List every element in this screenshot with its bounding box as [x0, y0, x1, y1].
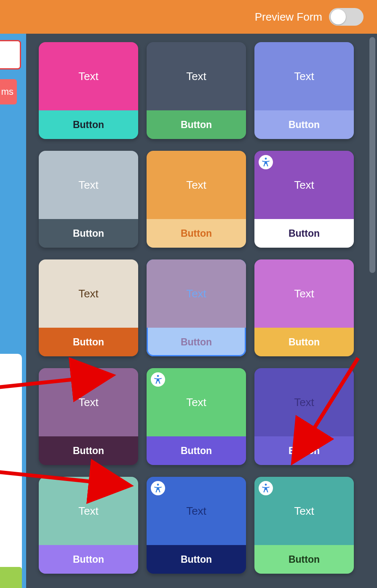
- side-panel: ms: [0, 34, 26, 588]
- theme-tile-text-label: Text: [78, 396, 99, 409]
- theme-tile-button-label: Button: [181, 119, 212, 131]
- theme-tile[interactable]: TextButton: [39, 42, 138, 139]
- theme-tile-text-label: Text: [78, 287, 99, 300]
- theme-tile-button-area: Button: [147, 328, 246, 356]
- side-box2-cropped: [0, 354, 22, 581]
- preview-form-label: Preview Form: [255, 11, 322, 24]
- svg-point-1: [157, 375, 159, 377]
- theme-tile[interactable]: TextButton: [39, 368, 138, 465]
- theme-tile-button-label: Button: [181, 554, 212, 565]
- theme-tile[interactable]: TextButton: [147, 151, 246, 248]
- theme-tile-button-label: Button: [289, 119, 320, 131]
- theme-tile[interactable]: TextButton: [254, 151, 354, 248]
- theme-tile-text-label: Text: [294, 179, 314, 192]
- theme-tile-button-area: Button: [254, 219, 354, 248]
- theme-tile-text-label: Text: [294, 287, 314, 300]
- theme-tile-text-label: Text: [78, 505, 99, 518]
- theme-tile[interactable]: TextButton: [39, 151, 138, 248]
- topbar: Preview Form: [0, 0, 377, 34]
- theme-tile-text-area: Text: [39, 477, 138, 545]
- theme-tile-button-label: Button: [73, 554, 104, 565]
- theme-tile-text-label: Text: [186, 396, 206, 409]
- side-box-cropped[interactable]: [0, 40, 21, 69]
- accessibility-icon: [259, 481, 273, 495]
- accessibility-icon: [151, 372, 165, 387]
- theme-tile-button-label: Button: [73, 445, 104, 457]
- theme-tile[interactable]: TextButton: [254, 259, 354, 356]
- theme-tile-button-label: Button: [73, 228, 104, 239]
- theme-tile-button-label: Button: [289, 228, 320, 239]
- svg-point-3: [265, 484, 267, 486]
- theme-tile-text-label: Text: [294, 505, 314, 518]
- theme-tile-text-area: Text: [147, 42, 246, 110]
- theme-tile-text-area: Text: [254, 259, 354, 328]
- theme-tile-button-label: Button: [289, 337, 320, 348]
- side-tab-fragment: ms: [1, 86, 13, 97]
- theme-tile-button-area: Button: [254, 436, 354, 465]
- theme-tile-button-label: Button: [289, 554, 320, 565]
- side-rect-cropped: [0, 154, 22, 289]
- theme-tile[interactable]: TextButton: [254, 42, 354, 139]
- theme-tile[interactable]: TextButton: [147, 368, 246, 465]
- theme-tile-text-label: Text: [294, 396, 314, 409]
- theme-tile-button-area: Button: [254, 328, 354, 356]
- scrollbar-thumb[interactable]: [369, 37, 375, 273]
- theme-tile-text-area: Text: [147, 477, 246, 545]
- theme-tile[interactable]: TextButton: [147, 477, 246, 574]
- theme-tile[interactable]: TextButton: [39, 477, 138, 574]
- scrollbar[interactable]: [368, 34, 377, 588]
- theme-tile-text-area: Text: [147, 259, 246, 328]
- theme-tile-text-area: Text: [254, 368, 354, 436]
- theme-tile-button-label: Button: [73, 337, 104, 348]
- theme-tile-text-area: Text: [147, 151, 246, 219]
- theme-tile-text-label: Text: [78, 70, 99, 83]
- side-tab-cropped[interactable]: ms: [0, 79, 17, 104]
- theme-tile-button-area: Button: [39, 436, 138, 465]
- theme-grid: TextButtonTextButtonTextButtonTextButton…: [39, 42, 369, 574]
- theme-tile-text-area: Text: [254, 151, 354, 219]
- theme-tile[interactable]: TextButton: [147, 42, 246, 139]
- accessibility-icon: [151, 481, 165, 495]
- theme-tile-button-label: Button: [289, 445, 320, 457]
- theme-tile-button-area: Button: [39, 219, 138, 248]
- theme-tile-button-area: Button: [39, 110, 138, 139]
- theme-tile-button-label: Button: [181, 228, 212, 239]
- theme-tile-button-label: Button: [181, 337, 212, 348]
- theme-tile-button-label: Button: [73, 119, 104, 131]
- toggle-knob: [331, 9, 346, 24]
- theme-tile-text-label: Text: [186, 179, 206, 192]
- theme-tile-text-area: Text: [147, 368, 246, 436]
- theme-tile-text-area: Text: [39, 42, 138, 110]
- theme-tile-button-area: Button: [147, 545, 246, 574]
- theme-tile[interactable]: TextButton: [147, 259, 246, 356]
- theme-tile-button-area: Button: [147, 219, 246, 248]
- side-box-green-cropped: [0, 567, 22, 588]
- theme-tile-text-area: Text: [254, 42, 354, 110]
- theme-tile-text-label: Text: [78, 179, 99, 192]
- theme-picker-panel: TextButtonTextButtonTextButtonTextButton…: [26, 34, 377, 588]
- theme-tile-text-area: Text: [39, 259, 138, 328]
- theme-tile-button-area: Button: [147, 436, 246, 465]
- theme-tile-button-area: Button: [39, 545, 138, 574]
- theme-tile-text-area: Text: [39, 368, 138, 436]
- svg-point-2: [157, 484, 159, 486]
- theme-tile-button-area: Button: [254, 545, 354, 574]
- theme-tile-button-label: Button: [181, 445, 212, 457]
- accessibility-icon: [259, 155, 273, 169]
- theme-tile-text-label: Text: [186, 70, 206, 83]
- theme-tile-text-label: Text: [186, 505, 206, 518]
- theme-tile-button-area: Button: [147, 110, 246, 139]
- theme-tile-text-area: Text: [254, 477, 354, 545]
- theme-tile-text-label: Text: [294, 70, 314, 83]
- theme-tile-button-area: Button: [254, 110, 354, 139]
- theme-tile-text-area: Text: [39, 151, 138, 219]
- theme-tile[interactable]: TextButton: [254, 368, 354, 465]
- theme-tile[interactable]: TextButton: [39, 259, 138, 356]
- theme-tile[interactable]: TextButton: [254, 477, 354, 574]
- preview-form-toggle[interactable]: [329, 8, 364, 26]
- theme-tile-text-label: Text: [186, 287, 206, 300]
- theme-tile-button-area: Button: [39, 328, 138, 356]
- svg-point-0: [265, 158, 267, 160]
